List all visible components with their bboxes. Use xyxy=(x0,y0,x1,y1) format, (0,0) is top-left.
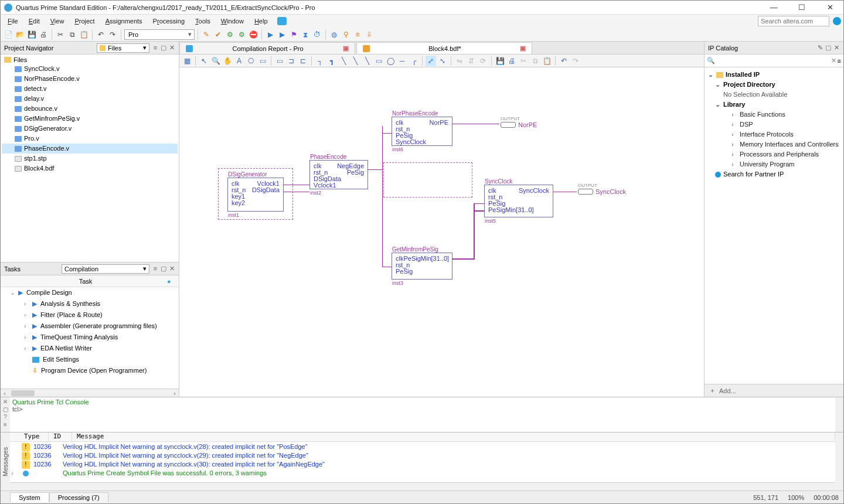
ip-library-item[interactable]: ›DSP xyxy=(707,120,841,130)
task-assembler[interactable]: › ▶ Assembler (Generate programming file… xyxy=(1,321,179,332)
rect-icon[interactable]: ▭ xyxy=(373,56,384,66)
help-icon[interactable]: ? xyxy=(4,414,7,420)
timing-icon[interactable]: ⏱ xyxy=(312,29,322,40)
task-compile-design[interactable]: ⌄ ▶ Compile Design xyxy=(1,287,179,298)
globe-icon[interactable] xyxy=(833,17,841,25)
redo-icon[interactable]: ↷ xyxy=(107,29,118,40)
ip-project-directory[interactable]: ⌄ Project Directory xyxy=(707,80,841,90)
play-icon[interactable]: ▶ xyxy=(265,29,275,40)
orthogonal-bus-icon[interactable]: ┓ xyxy=(326,56,337,66)
messages-scrollbar-v[interactable] xyxy=(835,433,843,491)
grid-icon[interactable]: ▦ xyxy=(182,56,192,66)
line-icon[interactable]: ─ xyxy=(397,56,407,66)
menu-tools[interactable]: Tools xyxy=(190,16,215,26)
pin-out-icon[interactable]: ⊐ xyxy=(286,56,297,66)
arc-icon[interactable]: ╭ xyxy=(409,56,419,66)
message-row[interactable]: !10236Verilog HDL Implicit Net warning a… xyxy=(11,451,834,460)
dock-icon[interactable]: ▢ xyxy=(3,406,8,413)
text-icon[interactable]: A xyxy=(234,56,244,66)
bottom-tab-system[interactable]: System xyxy=(10,492,49,502)
task-fitter[interactable]: › ▶ Fitter (Place & Route) xyxy=(1,309,179,321)
pane-close-icon[interactable]: ✕ xyxy=(168,265,175,273)
open-icon[interactable]: 📂 xyxy=(15,29,25,40)
file-tree-item[interactable]: PhaseEncode.v xyxy=(2,144,178,154)
list-icon[interactable]: ≡ xyxy=(152,265,159,273)
check-icon[interactable]: ✔ xyxy=(213,29,223,40)
output-pin-syncclock[interactable]: OUTPUT SyncClock xyxy=(578,188,626,195)
menu-view[interactable]: View xyxy=(46,16,69,26)
print-icon[interactable]: 🖨 xyxy=(506,56,517,66)
program-icon[interactable]: ⇩ xyxy=(364,29,375,40)
save-icon[interactable]: 💾 xyxy=(495,56,505,66)
menu-file[interactable]: File xyxy=(3,16,23,26)
filter-icon[interactable]: ≡ xyxy=(838,57,841,64)
block-syncclock[interactable]: SyncClock clkSyncClock rst_n PeSig PeSig… xyxy=(484,185,553,217)
new-icon[interactable]: 📄 xyxy=(3,29,13,40)
task-eda-netlist[interactable]: › ▶ EDA Netlist Writer xyxy=(1,343,179,354)
file-tree-item[interactable]: stp1.stp xyxy=(2,154,178,164)
tasks-combo[interactable]: Compilation ▾ xyxy=(62,264,149,274)
message-row[interactable]: !10236Verilog HDL Implicit Net warning a… xyxy=(11,442,834,451)
wand-icon[interactable]: ✎ xyxy=(201,29,212,40)
tab-close-icon[interactable]: ▣ xyxy=(520,45,526,52)
dock-icon[interactable]: ▢ xyxy=(160,265,167,273)
undo-icon[interactable]: ↶ xyxy=(559,56,569,66)
pin-icon[interactable]: ⚲ xyxy=(341,29,351,40)
block-dsiggenerator[interactable]: DSigGenerator clkVclock1 rst_nDSigData k… xyxy=(227,178,284,212)
output-pin-norpe[interactable]: OUTPUT NorPE xyxy=(501,121,537,128)
pointer-icon[interactable]: ↖ xyxy=(199,56,209,66)
tab-block4-bdf[interactable]: Block4.bdf* ▣ xyxy=(356,42,532,54)
menu-assignments[interactable]: Assignments xyxy=(101,16,147,26)
block-icon[interactable]: ▭ xyxy=(257,56,268,66)
symbol-icon[interactable]: ⎔ xyxy=(246,56,256,66)
zoom-icon[interactable]: 🔍 xyxy=(210,56,221,66)
file-tree-item[interactable]: detect.v xyxy=(2,84,178,94)
file-tree-item[interactable]: NorPhaseEncode.v xyxy=(2,74,178,84)
undo-icon[interactable]: ↶ xyxy=(96,29,106,40)
save-icon[interactable]: 💾 xyxy=(26,29,37,40)
task-edit-settings[interactable]: Edit Settings xyxy=(1,354,179,365)
orthogonal-wire-icon[interactable]: ┐ xyxy=(315,56,325,66)
console-scrollbar[interactable] xyxy=(835,397,843,432)
wand-icon[interactable]: ✎ xyxy=(816,44,823,52)
ip-root[interactable]: ⌄ Installed IP xyxy=(707,70,841,80)
list-icon[interactable]: ≡ xyxy=(4,421,7,428)
ip-library-item[interactable]: ›Interface Protocols xyxy=(707,130,841,139)
close-button[interactable]: ✕ xyxy=(820,2,840,13)
file-tree[interactable]: Files SyncClock.vNorPhaseEncode.vdetect.… xyxy=(1,55,179,262)
ip-library-item[interactable]: ›Memory Interfaces and Controllers xyxy=(707,139,841,149)
copy-icon[interactable]: ⧉ xyxy=(67,29,77,40)
altera-search[interactable] xyxy=(758,16,829,26)
menu-edit[interactable]: Edit xyxy=(24,16,45,26)
menu-help[interactable]: Help xyxy=(250,16,273,26)
paste-icon[interactable]: 📋 xyxy=(542,56,552,66)
ip-library-item[interactable]: ›Processors and Peripherals xyxy=(707,149,841,159)
menu-project[interactable]: Project xyxy=(70,16,99,26)
menu-processing[interactable]: Processing xyxy=(148,16,189,26)
ip-tree[interactable]: ⌄ Installed IP ⌄ Project Directory No Se… xyxy=(705,67,843,384)
pin-in-icon[interactable]: ▭ xyxy=(274,56,285,66)
pane-close-icon[interactable]: ✕ xyxy=(833,44,840,52)
file-tree-item[interactable]: delay.v xyxy=(2,94,178,104)
tab-close-icon[interactable]: ▣ xyxy=(343,45,349,52)
schematic-canvas[interactable]: DSigGenerator clkVclock1 rst_nDSigData k… xyxy=(179,67,704,397)
ip-search-input[interactable] xyxy=(716,57,830,64)
clear-icon[interactable]: ✕ xyxy=(831,57,836,64)
project-combo[interactable]: Pro ▾ xyxy=(124,29,195,40)
feedback-icon[interactable] xyxy=(277,17,287,25)
minimize-button[interactable]: — xyxy=(764,2,784,13)
altera-search-input[interactable] xyxy=(758,18,829,25)
navigator-filter-combo[interactable]: Files ▾ xyxy=(97,43,149,53)
paste-icon[interactable]: 📋 xyxy=(79,29,89,40)
file-tree-item[interactable]: GetMinfromPeSig.v xyxy=(2,114,178,124)
message-row[interactable]: ›Quartus Prime Create Symbol File was su… xyxy=(11,469,834,478)
maximize-button[interactable]: ☐ xyxy=(792,2,812,13)
gear-icon[interactable]: ⚙ xyxy=(224,29,235,40)
dock-icon[interactable]: ▢ xyxy=(160,44,167,52)
chip-icon[interactable]: ◍ xyxy=(329,29,339,40)
ip-library-item[interactable]: ›University Program xyxy=(707,159,841,169)
play2-icon[interactable]: ▶ xyxy=(277,29,287,40)
file-tree-root[interactable]: Files xyxy=(2,56,178,64)
block-getminfrompesig[interactable]: GetMinfromPeSig clkPeSigMin[31..0] rst_n… xyxy=(392,253,452,280)
ip-library-item[interactable]: ›Basic Functions xyxy=(707,110,841,120)
